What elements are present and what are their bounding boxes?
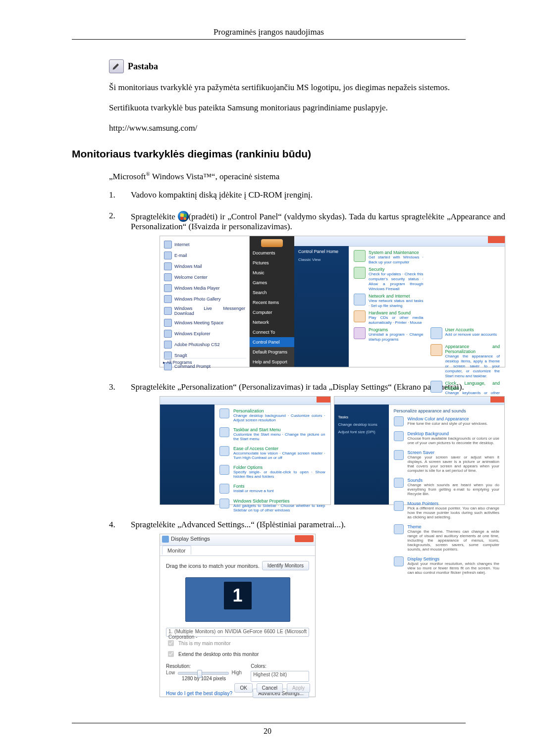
step-3: 3. Spragtelėkite „Personalization“ (Pers… bbox=[109, 382, 466, 509]
close-icon bbox=[295, 535, 314, 542]
start-orb-icon bbox=[178, 211, 189, 222]
drag-label: Drag the icons to match your monitors. bbox=[166, 563, 260, 569]
page-number: 20 bbox=[264, 727, 271, 735]
chk-main-monitor: This is my main monitor bbox=[166, 639, 309, 648]
screenshot-start-control-panel: InternetE-mailWindows MailWelcome Center… bbox=[160, 236, 505, 367]
colors-label: Colors: bbox=[251, 663, 309, 669]
running-header: Programinės įrangos naudojimas bbox=[72, 27, 466, 37]
chk-extend: Extend the desktop onto this monitor bbox=[166, 650, 309, 658]
resolution-slider bbox=[178, 672, 228, 675]
colors-combo: Highest (32 bit) bbox=[251, 671, 309, 682]
step-2: 2. Spragtelėkite (pradėti) ir „Control P… bbox=[109, 211, 466, 371]
note-heading: Pastaba bbox=[109, 59, 466, 73]
identify-monitors-button: Identify Monitors bbox=[262, 561, 309, 570]
note-paragraph-2: Sertifikuota tvarkyklė bus pateikta Sams… bbox=[109, 102, 466, 114]
resolution-label: Resolution: bbox=[166, 663, 242, 669]
apply-button: Apply bbox=[287, 683, 310, 693]
screenshot-personalization: PersonalizationChange desktop background… bbox=[160, 396, 505, 505]
monitor-number: 1 bbox=[224, 582, 252, 609]
ok-button: OK bbox=[234, 683, 252, 693]
monitor-combo: 1. (Multiple Monitors) on NVIDIA GeForce… bbox=[166, 628, 309, 637]
note-label: Pastaba bbox=[128, 61, 158, 72]
note-icon bbox=[109, 59, 124, 73]
header-rule bbox=[72, 39, 466, 40]
tab-monitor: Monitor bbox=[162, 546, 191, 554]
os-line: „Microsoft® Windows Vista™“, operacinė s… bbox=[109, 171, 466, 182]
section-title: Monitoriaus tvarkyklės diegimas (rankini… bbox=[72, 148, 466, 160]
cancel-button: Cancel bbox=[257, 683, 283, 693]
resolution-value: 1280 by 1024 pixels bbox=[166, 676, 242, 681]
dialog-title: Display Settings bbox=[171, 536, 210, 542]
help-link: How do I get the best display? bbox=[166, 691, 232, 696]
page-footer: 20 bbox=[0, 723, 535, 736]
screenshot-display-settings: Display Settings Monitor Drag the icons … bbox=[160, 534, 316, 697]
note-paragraph-1: Ši monitoriaus tvarkyklė yra pažymėta se… bbox=[109, 82, 466, 94]
samsung-url: http://www.samsung.com/ bbox=[109, 123, 197, 133]
step-1: 1. Vadovo kompaktinį diską įdėkite į CD-… bbox=[109, 190, 466, 200]
